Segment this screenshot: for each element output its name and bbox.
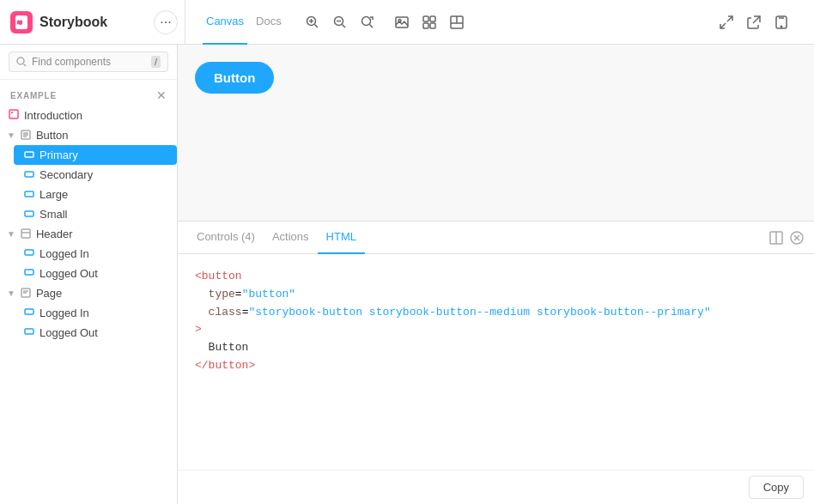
panel-split-icon[interactable] — [769, 231, 783, 245]
sidebar-item-header-logged-out[interactable]: Logged Out — [14, 264, 177, 283]
sidebar-section: EXAMPLE ✕ — [0, 80, 177, 106]
svg-rect-27 — [11, 112, 13, 113]
code-line-5: Button — [195, 339, 797, 357]
svg-point-7 — [361, 16, 370, 25]
button-group-label: Button — [36, 129, 69, 142]
svg-rect-33 — [25, 172, 33, 177]
logo-icon — [10, 11, 33, 33]
mobile-view-icon[interactable] — [769, 10, 793, 34]
code-attr-class: class — [209, 306, 242, 319]
section-close-button[interactable]: ✕ — [156, 88, 167, 102]
panel-view-icon[interactable] — [445, 10, 469, 34]
share-icon[interactable] — [742, 10, 766, 34]
search-slash: / — [151, 56, 161, 68]
reset-zoom-icon[interactable] — [355, 10, 380, 34]
sidebar-item-page-logged-in[interactable]: Logged In — [14, 303, 177, 323]
svg-rect-35 — [25, 211, 33, 216]
svg-line-25 — [24, 64, 27, 67]
sidebar-item-button-large[interactable]: Large — [14, 185, 177, 204]
zoom-in-icon[interactable] — [301, 10, 325, 34]
tab-html[interactable]: HTML — [318, 222, 365, 254]
page-logged-out-icon — [24, 326, 34, 339]
svg-rect-34 — [25, 191, 33, 197]
tab-actions[interactable]: Actions — [264, 222, 318, 254]
search-placeholder: Find components — [32, 56, 111, 68]
sidebar-item-button-small[interactable]: Small — [14, 204, 177, 224]
sidebar-tree: Introduction ▼ Button Primary — [0, 106, 177, 504]
button-children: Primary Secondary Large — [0, 145, 177, 224]
page-children: Logged In Logged Out — [0, 303, 177, 343]
sidebar-item-introduction[interactable]: Introduction — [0, 106, 177, 125]
content-area: Button Controls (4) Actions HTML — [178, 45, 814, 504]
code-line-6: </button> — [195, 357, 797, 375]
svg-line-5 — [342, 24, 345, 27]
code-line-4: > — [195, 321, 797, 339]
button-group-icon — [21, 130, 31, 142]
zoom-out-icon[interactable] — [328, 10, 352, 34]
copy-button[interactable]: Copy — [749, 476, 804, 499]
small-story-icon — [24, 209, 34, 221]
header-children: Logged In Logged Out — [0, 244, 177, 283]
image-view-icon[interactable] — [390, 10, 414, 34]
svg-rect-12 — [430, 16, 435, 21]
expand-icon[interactable] — [714, 10, 738, 34]
large-story-icon — [24, 189, 34, 201]
svg-line-20 — [753, 16, 760, 23]
tab-docs[interactable]: Docs — [252, 0, 285, 45]
svg-line-19 — [720, 23, 726, 28]
canvas-preview: Button — [178, 45, 814, 221]
code-line-2: type="button" — [195, 286, 797, 304]
app-title: Storybook — [39, 15, 107, 30]
copy-button-area: Copy — [178, 470, 814, 504]
sidebar-divider — [185, 0, 185, 45]
header-logged-out-icon — [24, 267, 34, 280]
svg-rect-13 — [423, 23, 428, 28]
large-label: Large — [39, 188, 68, 201]
tab-canvas[interactable]: Canvas — [203, 0, 247, 45]
primary-story-icon — [24, 149, 34, 161]
tab-controls[interactable]: Controls (4) — [188, 222, 264, 254]
more-button[interactable]: ··· — [154, 10, 178, 34]
grid-view-icon[interactable] — [417, 10, 441, 34]
svg-rect-36 — [21, 229, 30, 238]
svg-rect-14 — [430, 23, 435, 28]
button-group-chevron: ▼ — [7, 131, 15, 140]
code-val-type: "button" — [242, 288, 295, 301]
code-gt: > — [195, 323, 202, 336]
code-line-3: class="storybook-button storybook-button… — [195, 304, 797, 322]
sidebar-item-page-group[interactable]: ▼ Page — [0, 283, 177, 303]
search-input-wrapper[interactable]: Find components / — [9, 52, 168, 72]
sidebar-item-page-logged-out[interactable]: Logged Out — [14, 323, 177, 343]
code-area: <button type="button" class="storybook-b… — [178, 254, 814, 470]
svg-rect-11 — [423, 16, 428, 21]
introduction-label: Introduction — [24, 109, 82, 122]
panel-close-icon[interactable] — [790, 231, 804, 245]
svg-rect-43 — [25, 309, 33, 314]
canvas-toolbar: Canvas Docs — [192, 0, 804, 45]
svg-point-22 — [781, 26, 782, 27]
sidebar-item-header-group[interactable]: ▼ Header — [0, 224, 177, 244]
page-logged-out-label: Logged Out — [39, 326, 98, 339]
bottom-panel: Controls (4) Actions HTML — [178, 221, 814, 504]
panel-tabs: Controls (4) Actions HTML — [178, 222, 814, 254]
secondary-label: Secondary — [39, 168, 93, 181]
small-label: Small — [39, 208, 68, 221]
header-logged-out-label: Logged Out — [39, 267, 98, 280]
sidebar-item-button-primary[interactable]: Primary — [14, 145, 177, 165]
svg-rect-44 — [25, 329, 33, 334]
sidebar-item-header-logged-in[interactable]: Logged In — [14, 244, 177, 264]
sidebar: Find components / EXAMPLE ✕ Introduction… — [0, 45, 178, 504]
main-layout: Find components / EXAMPLE ✕ Introduction… — [0, 45, 814, 504]
page-group-icon — [21, 288, 31, 300]
svg-line-18 — [727, 16, 732, 21]
svg-rect-38 — [25, 250, 33, 255]
page-group-chevron: ▼ — [7, 288, 15, 298]
sidebar-item-button-group[interactable]: ▼ Button — [0, 125, 177, 145]
introduction-icon — [9, 109, 19, 122]
page-logged-in-label: Logged In — [39, 307, 89, 319]
top-bar: Storybook ··· Canvas Docs — [0, 0, 814, 45]
preview-button[interactable]: Button — [195, 62, 274, 94]
header-group-chevron: ▼ — [7, 229, 15, 239]
sidebar-item-button-secondary[interactable]: Secondary — [14, 165, 177, 185]
primary-label: Primary — [39, 149, 78, 161]
